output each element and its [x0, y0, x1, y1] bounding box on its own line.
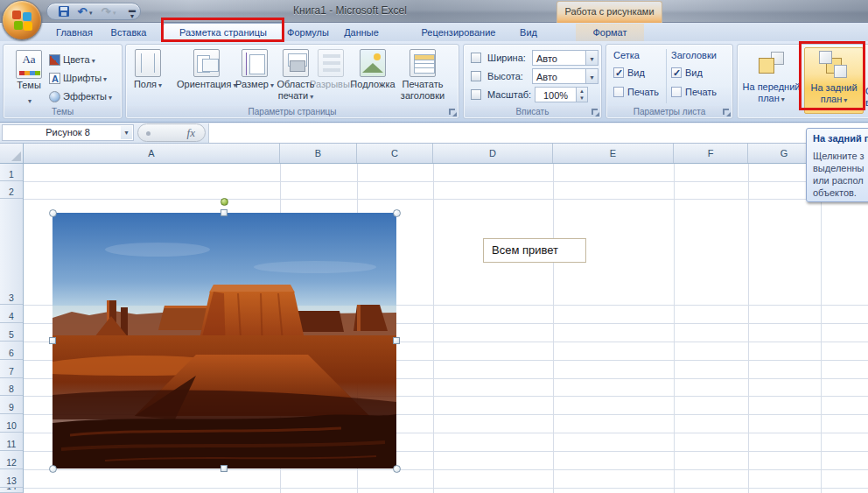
tab-format[interactable]: Формат	[576, 24, 644, 41]
gridline	[433, 164, 434, 493]
sheet-options-group: Сетка Заголовки Вид Печать Вид Печать Па…	[606, 44, 733, 119]
save-icon[interactable]	[58, 5, 70, 18]
margins-label: Поля	[128, 79, 168, 91]
tab-data[interactable]: Данные	[338, 24, 385, 41]
themes-button[interactable]: Темы	[10, 48, 47, 104]
tab-home[interactable]: Главная	[51, 24, 98, 41]
resize-handle-left[interactable]	[49, 337, 56, 344]
size-label: Размер	[233, 79, 276, 91]
gridlines-view-checkbox[interactable]: Вид	[613, 67, 645, 79]
column-header-B[interactable]: B	[280, 144, 357, 163]
send-to-back-button[interactable]: На задний план	[804, 47, 864, 114]
checkbox-checked-icon[interactable]	[613, 67, 624, 78]
themes-group: Темы Цвета Шрифты Эффекты Темы	[3, 44, 122, 119]
checkbox-unchecked-icon[interactable]	[671, 87, 682, 97]
resize-handle-top-right[interactable]	[393, 209, 401, 217]
row-header-12[interactable]: 12	[0, 451, 23, 469]
checkbox-unchecked-icon[interactable]	[613, 87, 624, 97]
resize-handle-bottom-right[interactable]	[393, 465, 401, 473]
resize-handle-right[interactable]	[393, 337, 400, 344]
cell-textbox[interactable]: Всем привет	[483, 238, 586, 263]
row-header-5[interactable]: 5	[0, 323, 23, 342]
theme-effects-button[interactable]: Эффекты	[49, 88, 121, 104]
office-logo-icon	[12, 11, 33, 32]
width-combobox[interactable]: Авто	[532, 50, 598, 66]
scale-to-fit-dialog-launcher-icon[interactable]	[591, 108, 599, 116]
row-header-3[interactable]: 3	[0, 199, 23, 305]
tab-formulas[interactable]: Формулы	[287, 24, 329, 41]
ribbon: Темы Цвета Шрифты Эффекты Темы Параметры…	[0, 41, 868, 123]
undo-dropdown-icon[interactable]: ▾	[89, 10, 93, 17]
theme-colors-icon	[49, 54, 60, 66]
chevron-down-icon[interactable]	[585, 69, 598, 83]
tab-page-layout[interactable]: Разметка страницы	[163, 23, 284, 41]
row-header-8[interactable]: 8	[0, 378, 23, 396]
orientation-button[interactable]: Ориентация	[177, 46, 236, 106]
row-header-11[interactable]: 11	[0, 433, 23, 451]
office-button[interactable]	[2, 0, 42, 40]
tab-review[interactable]: Рецензирование	[416, 24, 500, 41]
gridlines-print-checkbox[interactable]: Печать	[613, 86, 659, 98]
margins-button[interactable]: Поля	[128, 46, 168, 106]
scale-spinner[interactable]: ▲▼	[577, 87, 588, 102]
resize-handle-top-left[interactable]	[49, 209, 57, 217]
insert-function-button[interactable]: fx	[137, 123, 206, 142]
chevron-down-icon	[157, 79, 162, 89]
bring-to-front-button[interactable]: На передний план	[740, 47, 802, 114]
row-header-1[interactable]: 1	[0, 164, 23, 181]
scale-to-fit-group-label: Вписать	[465, 106, 600, 117]
window-title: Книга1 - Microsoft Excel	[262, 4, 438, 17]
scale-spinbox[interactable]: 100%	[535, 87, 577, 102]
headings-view-checkbox[interactable]: Вид	[671, 67, 703, 79]
theme-fonts-button[interactable]: Шрифты	[49, 70, 121, 86]
row-header-6[interactable]: 6	[0, 342, 23, 360]
tooltip-title: На задний п	[813, 133, 868, 144]
print-titles-button[interactable]: Печататьзаголовки	[395, 46, 451, 106]
rotation-handle[interactable]	[220, 198, 228, 206]
sheet-options-dialog-launcher-icon[interactable]	[722, 108, 731, 116]
formula-input[interactable]	[208, 123, 868, 143]
column-header-C[interactable]: C	[357, 144, 433, 163]
row-header-2[interactable]: 2	[0, 181, 23, 199]
resize-handle-bottom-left[interactable]	[49, 465, 57, 473]
send-to-back-icon	[819, 51, 849, 81]
page-setup-dialog-launcher-icon[interactable]	[448, 108, 457, 116]
height-icon	[471, 71, 481, 81]
background-button[interactable]: Подложка	[348, 46, 397, 106]
headings-print-checkbox[interactable]: Печать	[671, 86, 717, 98]
column-header-E[interactable]: E	[553, 144, 674, 163]
tab-insert[interactable]: Вставка	[105, 24, 152, 41]
customize-qat-icon[interactable]: ▬▾	[126, 5, 138, 18]
title-bar: Книга1 - Microsoft Excel Работа с рисунк…	[0, 0, 868, 23]
tab-view[interactable]: Вид	[511, 24, 546, 41]
tooltip-body-line: объектов.	[813, 187, 868, 199]
column-header-D[interactable]: D	[433, 144, 553, 163]
row-header-9[interactable]: 9	[0, 396, 23, 414]
checkbox-checked-icon[interactable]	[671, 67, 682, 78]
picture-monument-valley[interactable]	[52, 213, 396, 468]
resize-handle-top[interactable]	[220, 209, 228, 216]
gridline	[821, 164, 822, 493]
formula-bar: Рисунок 8 ▾ fx	[0, 123, 868, 144]
select-all-corner[interactable]	[0, 144, 24, 163]
row-header-13[interactable]: 13	[0, 469, 23, 488]
orientation-icon	[193, 49, 220, 77]
theme-colors-button[interactable]: Цвета	[49, 52, 121, 67]
column-header-F[interactable]: F	[674, 144, 748, 163]
row-header-14[interactable]: 14	[0, 488, 23, 493]
row-header-7[interactable]: 7	[0, 360, 23, 378]
breaks-icon	[318, 49, 344, 77]
undo-icon[interactable]: ↶	[76, 5, 88, 18]
resize-handle-bottom[interactable]	[220, 465, 228, 472]
chevron-down-icon[interactable]: ▾	[121, 126, 132, 139]
margins-icon	[135, 49, 161, 77]
row-header-4[interactable]: 4	[0, 305, 23, 323]
row-header-10[interactable]: 10	[0, 414, 23, 433]
size-button[interactable]: Размер	[233, 46, 276, 106]
name-box[interactable]: Рисунок 8 ▾	[2, 124, 134, 141]
column-header-A[interactable]: A	[24, 144, 280, 163]
send-to-back-tooltip: На задний п Щелкните звыделенныили распо…	[806, 128, 868, 202]
chevron-down-icon[interactable]	[585, 51, 598, 65]
theme-fonts-icon	[49, 73, 60, 84]
height-combobox[interactable]: Авто	[532, 68, 598, 84]
